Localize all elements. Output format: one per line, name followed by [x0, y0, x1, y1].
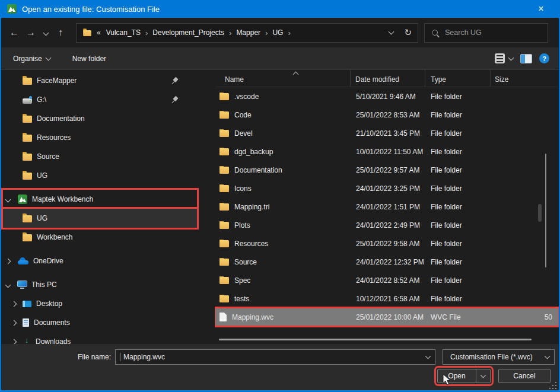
organise-label: Organise	[13, 55, 42, 63]
help-button[interactable]: ?	[539, 53, 549, 63]
sidebar-item-label: Downloads	[36, 337, 71, 344]
file-row[interactable]: Plots 24/01/2022 2:49 PM File folder	[215, 216, 559, 234]
address-bar[interactable]: « Vulcan_TS › Development_Projects › Map…	[76, 23, 418, 43]
organise-button[interactable]: Organise	[13, 55, 50, 63]
sidebar-item[interactable]: Desktop	[3, 294, 197, 313]
file-row[interactable]: dgd_backup 10/01/2022 11:50 AM File fold…	[215, 142, 559, 161]
view-options-chevron-icon	[508, 55, 514, 60]
file-date-modified: 24/01/2022 3:25 PM	[350, 184, 425, 193]
file-icon	[219, 240, 229, 247]
sidebar-item[interactable]: G:\	[3, 90, 197, 109]
tree-chevron-icon[interactable]	[5, 282, 11, 288]
horizontal-scrollbar[interactable]	[219, 339, 532, 340]
file-date-modified: 5/10/2021 9:46 AM	[350, 93, 425, 101]
file-name-input[interactable]: Mapping.wvc	[115, 349, 435, 365]
file-type: File folder	[425, 258, 490, 266]
refresh-icon[interactable]: ↻	[404, 27, 412, 38]
back-button[interactable]: ←	[6, 27, 23, 38]
breadcrumb-separator-icon[interactable]: ›	[263, 28, 269, 37]
sidebar-item[interactable]: OneDrive	[3, 251, 197, 270]
view-options-button[interactable]	[495, 53, 513, 63]
sidebar-item[interactable]: Documents	[3, 313, 197, 332]
tree-chevron-icon[interactable]	[11, 301, 17, 307]
column-header-type[interactable]: Type	[425, 70, 490, 87]
file-name: Icons	[234, 184, 252, 193]
file-name-value[interactable]: Mapping.wvc	[120, 353, 422, 361]
tree-chevron-icon[interactable]	[5, 196, 11, 202]
sidebar-item[interactable]: FaceMapper	[3, 71, 197, 90]
sidebar-item-icon	[23, 78, 32, 85]
file-row[interactable]: tests 10/12/2021 6:58 AM File folder	[215, 289, 559, 308]
file-row[interactable]: .vscode 5/10/2021 9:46 AM File folder	[215, 87, 559, 106]
address-dropdown-chevron-icon[interactable]	[389, 29, 394, 35]
resize-grip[interactable]	[549, 382, 556, 389]
breadcrumb-item[interactable]: Mapper	[233, 28, 263, 37]
preview-pane-button[interactable]	[520, 54, 532, 63]
file-icon	[219, 313, 227, 321]
sidebar-item[interactable]: Downloads	[3, 332, 197, 344]
breadcrumb-item[interactable]: UG	[269, 28, 286, 37]
breadcrumb-separator-icon[interactable]: ›	[227, 28, 233, 37]
file-name: Mapping.wvc	[232, 313, 273, 321]
new-folder-button[interactable]: New folder	[72, 55, 106, 63]
file-type: File folder	[425, 129, 490, 138]
breadcrumb-item[interactable]: Vulcan_TS	[103, 28, 144, 37]
file-row[interactable]: Documentation 25/01/2022 9:57 AM File fo…	[215, 161, 559, 179]
column-header-size[interactable]: Size	[490, 70, 559, 87]
file-name-dropdown-chevron-icon[interactable]	[425, 353, 431, 359]
search-box[interactable]	[424, 23, 548, 43]
close-button[interactable]: ×	[529, 4, 553, 14]
sidebar-item[interactable]: UG	[3, 209, 197, 228]
tree-chevron-icon[interactable]	[5, 258, 11, 264]
toolbar: Organise New folder ?	[1, 47, 559, 70]
cancel-button[interactable]: Cancel	[498, 369, 551, 383]
file-date-modified: 21/10/2021 3:45 PM	[350, 129, 425, 138]
file-row[interactable]: Source 24/01/2022 12:32 PM File folder	[215, 253, 559, 271]
breadcrumb-overflow[interactable]: «	[97, 28, 101, 37]
open-dropdown-button[interactable]	[476, 369, 490, 383]
new-folder-label: New folder	[72, 55, 106, 63]
file-date-modified: 24/01/2022 2:49 PM	[350, 221, 425, 230]
maptek-logo-icon	[7, 4, 17, 14]
file-row[interactable]: Resources 25/01/2022 9:58 AM File folder	[215, 234, 559, 253]
sidebar-item[interactable]: UG	[3, 166, 197, 185]
organise-chevron-icon	[45, 55, 51, 60]
breadcrumb-separator-icon[interactable]: ›	[144, 28, 149, 37]
file-type-dropdown-chevron-icon[interactable]	[545, 353, 551, 359]
file-type: WVC File	[425, 313, 490, 321]
sidebar-item-label: Source	[37, 152, 59, 161]
sidebar-item[interactable]: Maptek Workbench	[3, 190, 197, 209]
up-button[interactable]: ↑	[52, 27, 69, 38]
file-size: 50	[490, 313, 559, 321]
file-row[interactable]: Mapping.wvc 25/01/2022 10:00 AM WVC File…	[215, 308, 559, 326]
sidebar-item[interactable]: Resources	[3, 128, 197, 147]
sidebar-item[interactable]: Source	[3, 147, 197, 166]
file-row[interactable]: Devel 21/10/2021 3:45 PM File folder	[215, 124, 559, 142]
column-header-date-modified[interactable]: Date modified	[350, 70, 425, 87]
file-row[interactable]: Icons 24/01/2022 3:25 PM File folder	[215, 179, 559, 197]
sidebar-item-icon	[23, 116, 32, 123]
recent-locations-chevron-icon[interactable]	[39, 30, 52, 36]
file-icon	[219, 203, 229, 211]
search-input[interactable]	[444, 28, 540, 37]
file-type-value: Customisation File (*.wvc)	[448, 353, 542, 361]
file-row[interactable]: Spec 24/01/2022 8:52 AM File folder	[215, 271, 559, 289]
sidebar-item[interactable]: Workbench	[3, 228, 197, 247]
file-row[interactable]: Mapping.tri 24/01/2022 1:51 PM File fold…	[215, 197, 559, 216]
column-header-name[interactable]: Name	[215, 70, 350, 87]
file-name: dgd_backup	[234, 148, 273, 156]
file-name-label: File name:	[1, 353, 115, 361]
forward-button[interactable]: →	[23, 27, 39, 38]
file-icon	[219, 277, 229, 284]
file-type-select[interactable]: Customisation File (*.wvc)	[443, 349, 555, 365]
tree-chevron-icon[interactable]	[11, 339, 17, 344]
file-date-modified: 24/01/2022 12:32 PM	[350, 258, 425, 266]
tree-chevron-icon[interactable]	[11, 320, 17, 326]
file-row[interactable]: Code 25/01/2022 8:53 AM File folder	[215, 106, 559, 124]
file-type: File folder	[425, 184, 490, 193]
sidebar-item[interactable]: Documentation	[3, 109, 197, 128]
breadcrumb-separator-icon[interactable]: ›	[286, 28, 292, 37]
sidebar-item[interactable]: This PC	[3, 275, 197, 294]
file-icon	[219, 222, 229, 229]
breadcrumb-item[interactable]: Development_Projects	[149, 28, 227, 37]
